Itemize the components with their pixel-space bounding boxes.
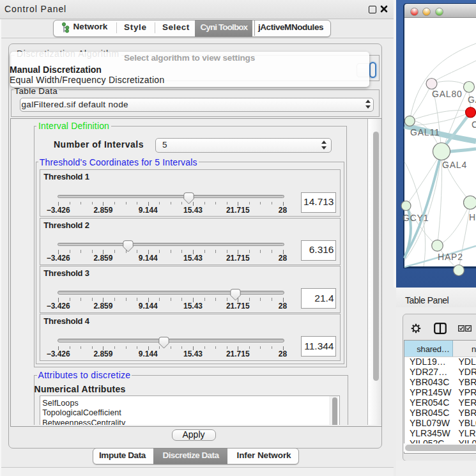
svg-text:GAL4: GAL4 bbox=[442, 160, 467, 170]
svg-text:GA: GA bbox=[468, 95, 476, 105]
svg-text:GAL80: GAL80 bbox=[432, 89, 463, 99]
svg-text:GCY1: GCY1 bbox=[403, 213, 429, 223]
svg-text:H: H bbox=[469, 212, 476, 222]
svg-text:HAP2: HAP2 bbox=[438, 252, 463, 262]
svg-text:C: C bbox=[472, 119, 476, 130]
svg-text:GAL11: GAL11 bbox=[410, 127, 440, 137]
